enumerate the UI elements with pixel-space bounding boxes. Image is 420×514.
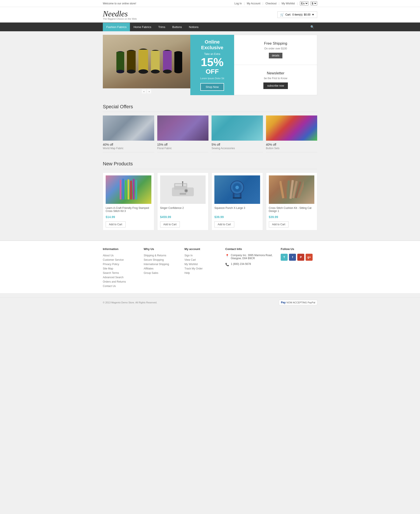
promo-title: Online Exclusive	[201, 39, 223, 51]
list-item: Customer Service	[103, 258, 139, 261]
offer-name-3: Sewing Accessories	[211, 147, 263, 150]
nav-item-buttons[interactable]: Buttons	[169, 23, 185, 31]
search-terms-link[interactable]: Search Terms	[103, 271, 119, 275]
cart-items: 0 item(s)	[292, 13, 302, 16]
footer-information-links: About Us Customer Service Privacy Policy…	[103, 254, 139, 288]
svg-rect-30	[180, 193, 186, 195]
hero-next-btn[interactable]: ›	[147, 89, 151, 93]
offer-item-2: 15% off Floral Fabric	[157, 115, 209, 152]
nav-item-fashion-fabrics[interactable]: Fashion Fabrics	[103, 23, 130, 31]
my-wishlist-link[interactable]: My Wishlist	[184, 263, 198, 266]
shop-now-button[interactable]: Shop Now	[200, 83, 224, 91]
cart-button[interactable]: 🛒 Cart: 0 item(s) $0.00 ▼	[277, 11, 317, 18]
svg-point-35	[235, 186, 239, 189]
list-item: About Us	[103, 254, 139, 257]
international-shipping-link[interactable]: International Shipping	[144, 263, 169, 266]
cart-total: $0.00	[304, 13, 310, 16]
hero-prev-btn[interactable]: ‹	[142, 89, 146, 93]
contact-address: 📍 Company Inc. 3995 Marmora Road, Glasgo…	[225, 254, 276, 260]
product-name-3: Squeeze Punch X-Large 3	[214, 207, 260, 214]
facebook-button[interactable]: f	[289, 254, 296, 261]
wishlist-link[interactable]: My Wishlist	[282, 2, 295, 5]
hero-nav: ‹ ›	[142, 89, 151, 93]
track-order-link[interactable]: Track My Order	[184, 267, 202, 270]
view-cart-link[interactable]: View Cart	[184, 258, 196, 261]
nav-item-trims[interactable]: Trims	[155, 23, 169, 31]
checkout-link[interactable]: Checkout	[265, 2, 277, 5]
offer-image-1	[103, 115, 154, 141]
add-to-cart-button-3[interactable]: Add to Cart	[214, 221, 234, 227]
pinterest-button[interactable]: P	[297, 254, 304, 261]
my-account-link[interactable]: My Account	[247, 2, 260, 5]
product-item-1: Learn-A-Craft Friendly Frog Stamped Cros…	[103, 172, 154, 230]
promo-lorem: Lorem Ipsum Dolor Sit	[200, 77, 224, 80]
list-item: Shipping & Returns	[144, 254, 180, 257]
svg-rect-24	[135, 180, 137, 200]
group-sales-link[interactable]: Group Sales	[144, 271, 158, 275]
newsletter-widget: Newsletter be the First to Know subscrib…	[234, 65, 317, 95]
subscribe-button[interactable]: subscribe now	[263, 82, 288, 89]
hero-promo: Online Exclusive Take an Extra 15% OFF L…	[190, 35, 234, 95]
privacy-policy-link[interactable]: Privacy Policy	[103, 263, 119, 266]
offer-divider-1	[103, 152, 154, 152]
currency-select[interactable]: $	[311, 1, 317, 6]
customer-service-link[interactable]: Customer Service	[103, 258, 124, 261]
svg-rect-21	[128, 179, 129, 200]
newsletter-title: Newsletter	[267, 71, 284, 75]
footer-why-us: Why Us Shipping & Returns Secure Shoppin…	[144, 247, 180, 289]
nav-item-home-fabrics[interactable]: Home Fabrics	[130, 23, 155, 31]
orders-returns-link[interactable]: Orders and Returns	[103, 280, 126, 283]
svg-point-11	[151, 70, 160, 74]
svg-rect-27	[175, 184, 186, 186]
svg-rect-38	[233, 197, 241, 199]
secure-shopping-link[interactable]: Secure Shopping	[144, 258, 164, 261]
cross-stitch-threads-icon	[280, 179, 304, 201]
svg-rect-16	[174, 52, 182, 72]
affiliates-link[interactable]: Affiliates	[144, 267, 154, 270]
logo[interactable]: Needles The Biggest Choice on the Web	[103, 9, 137, 20]
top-bar: Welcome to our online store! Log In | My…	[0, 0, 420, 7]
list-item: Advanced Search	[103, 276, 139, 279]
login-link[interactable]: Log In	[234, 2, 242, 5]
about-us-link[interactable]: About Us	[103, 254, 113, 257]
svg-rect-18	[120, 180, 121, 200]
add-to-cart-button-2[interactable]: Add to Cart	[160, 221, 180, 227]
help-link[interactable]: Help	[184, 271, 190, 275]
footer-information-title: Information	[103, 247, 139, 251]
shipping-returns-link[interactable]: Shipping & Returns	[144, 254, 166, 257]
product-name-2: Singer Confidence 2	[160, 207, 206, 214]
google-plus-button[interactable]: g+	[306, 254, 313, 261]
product-image-2	[160, 175, 206, 204]
hero-side: Free Shipping On order over $100 details…	[234, 35, 317, 95]
shipping-title: Free Shipping	[264, 41, 287, 46]
search-icon[interactable]: 🔍	[307, 22, 317, 31]
contact-phone-text: 1 (800) 234-5678	[231, 262, 251, 266]
twitter-button[interactable]: T	[281, 254, 288, 261]
new-products-section: New Products Learn-A-Craft Friendly Frog…	[103, 156, 317, 234]
contact-us-link[interactable]: Contact Us	[103, 284, 116, 288]
nav-item-notions[interactable]: Notions	[186, 23, 202, 31]
list-item: Sign In	[184, 254, 221, 257]
add-to-cart-button-1[interactable]: Add to Cart	[106, 221, 126, 227]
new-products-title: New Products	[103, 161, 317, 169]
list-item: Help	[184, 271, 221, 275]
offer-divider-4	[266, 152, 317, 152]
advanced-search-link[interactable]: Advanced Search	[103, 276, 124, 279]
sign-in-link[interactable]: Sign In	[184, 254, 193, 257]
list-item: Search Terms	[103, 271, 139, 275]
add-to-cart-button-4[interactable]: Add to Cart	[269, 221, 289, 227]
footer-my-account: My account Sign In View Cart My Wishlist…	[184, 247, 221, 289]
navigation: Fashion Fabrics Home Fabrics Trims Butto…	[0, 22, 420, 31]
product-price-1: $14.99	[106, 215, 151, 219]
offer-item-1: 40% off World Map Fabric	[103, 115, 154, 152]
paypal-badge: Pay NOW ACCEPTING PayPal	[279, 300, 317, 305]
offer-discount-4: 40% off	[266, 143, 317, 146]
details-button[interactable]: details	[269, 53, 283, 58]
language-select[interactable]: En	[300, 1, 308, 6]
list-item: Orders and Returns	[103, 280, 139, 283]
offers-grid: 40% off World Map Fabric 15% off Floral …	[103, 115, 317, 152]
product-image-4	[269, 175, 315, 204]
site-map-link[interactable]: Site Map	[103, 267, 113, 270]
top-links: Log In | My Account | Checkout | My Wish…	[234, 1, 317, 6]
offer-name-4: Button Sets	[266, 147, 317, 150]
